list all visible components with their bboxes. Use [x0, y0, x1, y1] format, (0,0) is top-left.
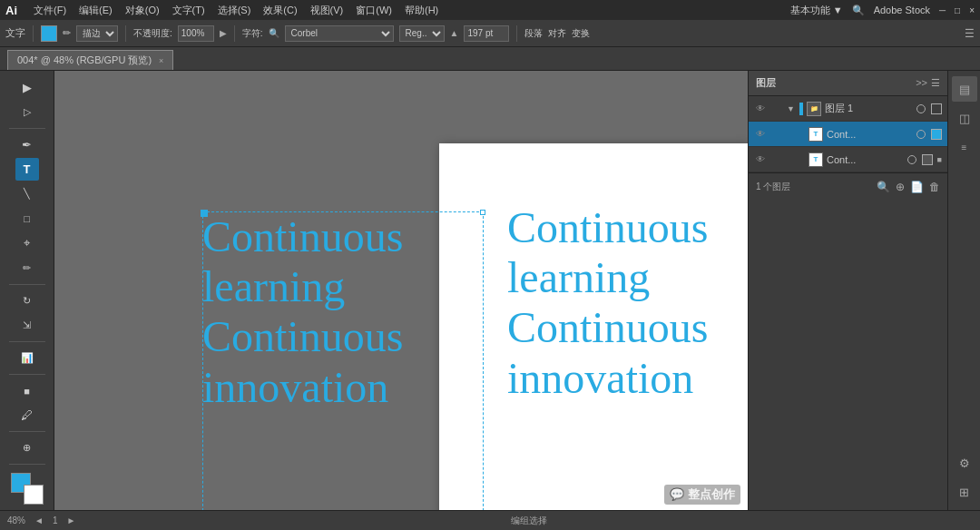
opacity-input[interactable]: [178, 25, 214, 42]
workspace-selector[interactable]: 基本功能 ▼: [790, 4, 843, 17]
direct-selection-tool[interactable]: ▷: [15, 101, 39, 123]
menu-type[interactable]: 文字(T): [172, 4, 205, 17]
paragraph-label[interactable]: 段落: [524, 27, 543, 40]
nav-prev[interactable]: ◄: [34, 515, 44, 525]
libraries-icon[interactable]: ◫: [952, 105, 977, 131]
type-tool active[interactable]: T: [15, 158, 39, 181]
menu-window[interactable]: 窗口(W): [356, 4, 392, 17]
layer-name-3[interactable]: Cont...: [827, 154, 904, 165]
canvas-area[interactable]: Continuous learning Continuous innovatio…: [54, 71, 748, 510]
selection-tool[interactable]: ▶: [15, 76, 39, 99]
layer-expand-arrow[interactable]: ▼: [787, 104, 796, 113]
layer-lock-3[interactable]: [770, 153, 783, 166]
menu-object[interactable]: 对象(O): [125, 4, 160, 17]
rotate-tool[interactable]: ↻: [15, 290, 39, 312]
tool-divider-2: [9, 284, 45, 285]
pencil-tool[interactable]: ✏: [15, 257, 39, 280]
properties-icon[interactable]: ≡: [952, 134, 977, 160]
transform-label[interactable]: 变换: [572, 27, 590, 40]
scale-tool[interactable]: ⇲: [15, 314, 39, 337]
document-tab[interactable]: 004* @ 48% (RGB/GPU 预览) ×: [7, 50, 173, 70]
layer-target-circle[interactable]: [916, 104, 926, 113]
settings-icon[interactable]: ⚙: [952, 450, 977, 476]
toolbar: 文字 ✏ 描边 不透明度: ▶ 字符: 🔍 Corbel Reg... ▲ 段落…: [0, 20, 980, 47]
canvas-text-left: Continuous learning Continuous innovatio…: [202, 211, 484, 412]
menu-help[interactable]: 帮助(H): [405, 4, 438, 17]
layer-name-1[interactable]: 图层 1: [825, 102, 913, 115]
layer-target-circle-2[interactable]: [916, 130, 926, 139]
tool-divider-6: [9, 464, 45, 465]
close-button[interactable]: ×: [969, 5, 975, 15]
brush-tool[interactable]: ⌖: [15, 232, 39, 255]
color-indicator[interactable]: [11, 473, 44, 505]
search-icon[interactable]: 🔍: [852, 5, 865, 16]
layers-panel-icon[interactable]: ▤: [952, 76, 977, 102]
tab-bar: 004* @ 48% (RGB/GPU 预览) ×: [0, 47, 980, 71]
artboard-text-line3: Continuous: [507, 302, 748, 352]
tool-icon[interactable]: ✏: [63, 27, 71, 39]
tool-divider-3: [9, 341, 45, 342]
align-label[interactable]: 对齐: [548, 27, 566, 40]
adobe-stock[interactable]: Adobe Stock: [874, 5, 930, 15]
toolbar-divider-3: [234, 25, 235, 42]
tab-close-button[interactable]: ×: [159, 56, 163, 65]
artboard-text-line1: Continuous: [507, 202, 748, 252]
rectangle-tool[interactable]: □: [15, 208, 39, 231]
layer-row-text-1[interactable]: 👁 T Cont...: [749, 122, 947, 147]
tool-divider-5: [9, 431, 45, 432]
artboard-text-line4: innovation: [507, 353, 748, 403]
minimize-button[interactable]: ─: [939, 5, 946, 15]
layer-target-circle-3[interactable]: [907, 155, 916, 164]
zoom-tool[interactable]: ⊕: [15, 437, 39, 459]
panel-options-icon[interactable]: ☰: [965, 27, 975, 40]
eyedropper-tool[interactable]: 🖊: [15, 404, 39, 427]
layer-visibility-toggle-3[interactable]: 👁: [754, 153, 767, 166]
font-selector[interactable]: Corbel: [285, 25, 394, 42]
layer-name-2[interactable]: Cont...: [827, 129, 913, 140]
layer-visibility-toggle[interactable]: 👁: [754, 103, 767, 115]
artboard-text-line2: learning: [507, 252, 748, 302]
create-layer-icon[interactable]: 📄: [910, 181, 924, 193]
delete-layer-icon[interactable]: 🗑: [929, 181, 940, 193]
panel-expand-icon[interactable]: >>: [916, 77, 927, 89]
layer-lock-2[interactable]: [770, 128, 783, 141]
canvas-text-line2: learning: [202, 261, 484, 311]
layer-lock[interactable]: [770, 103, 783, 115]
find-layer-icon[interactable]: 🔍: [877, 181, 890, 193]
layers-panel: 图层 >> ☰ 👁 ▼ 📁 图层 1 👁 T Cont...: [748, 71, 947, 510]
canvas-text-line1: Continuous: [202, 211, 484, 261]
layer-row-text-2[interactable]: 👁 T Cont... ■: [749, 147, 947, 172]
menu-edit[interactable]: 编辑(E): [79, 4, 113, 17]
canvas-text-line3: Continuous: [202, 311, 484, 361]
side-icons-panel: ▤ ◫ ≡ ⚙ ⊞: [947, 71, 980, 510]
stroke-selector[interactable]: 描边: [76, 25, 118, 42]
watermark: 💬 整点创作: [664, 485, 740, 505]
graph-tool[interactable]: 📊: [15, 347, 39, 369]
layer-visibility-toggle-2[interactable]: 👁: [754, 128, 767, 141]
font-label: 字符:: [242, 27, 263, 40]
pen-tool[interactable]: ✒: [15, 133, 39, 156]
search-font-icon[interactable]: 🔍: [269, 28, 279, 38]
add-layer-icon[interactable]: ⊕: [896, 181, 905, 193]
font-size-input[interactable]: [464, 25, 509, 42]
background-color[interactable]: [24, 485, 44, 505]
menu-select[interactable]: 选择(S): [218, 4, 251, 17]
menu-effect[interactable]: 效果(C): [263, 4, 297, 17]
menu-view[interactable]: 视图(V): [310, 4, 344, 17]
panel-bottom-bar: 1 个图层 🔍 ⊕ 📄 🗑: [749, 172, 947, 200]
line-tool[interactable]: ╲: [15, 182, 39, 205]
nav-next[interactable]: ►: [66, 515, 75, 525]
opacity-arrow[interactable]: ▶: [220, 28, 227, 38]
zoom-level[interactable]: 48%: [7, 515, 25, 525]
app-icon: Ai: [5, 4, 17, 17]
gradient-tool[interactable]: ■: [15, 379, 39, 402]
size-up-icon[interactable]: ▲: [450, 28, 459, 38]
panel-menu-icon[interactable]: ☰: [931, 77, 940, 89]
menu-file[interactable]: 文件(F): [34, 4, 66, 17]
maximize-button[interactable]: □: [955, 5, 960, 15]
grid-icon[interactable]: ⊞: [952, 479, 977, 505]
font-style-selector[interactable]: Reg...: [399, 25, 445, 42]
fill-color-swatch[interactable]: [41, 25, 57, 42]
layer-row-group[interactable]: 👁 ▼ 📁 图层 1: [749, 96, 947, 122]
layer-thumbnail-text-1: T: [808, 127, 823, 142]
